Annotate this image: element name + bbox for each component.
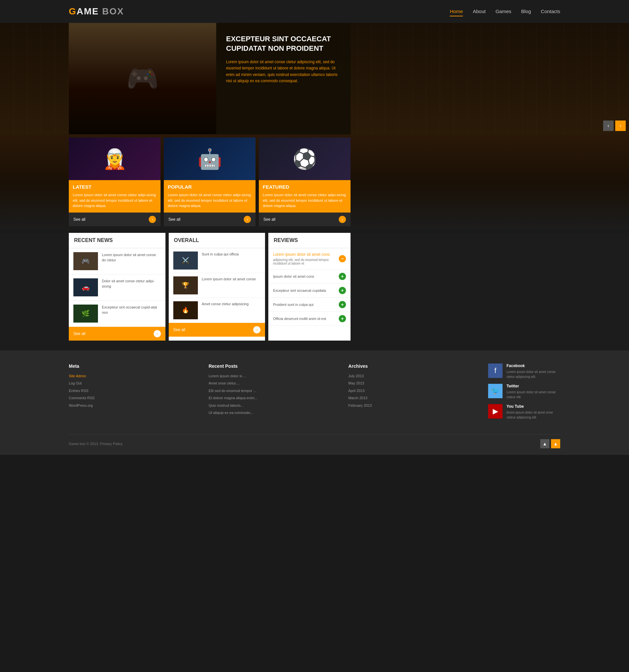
- scroll-up-button[interactable]: ▲: [540, 439, 550, 448]
- footer-archive-4[interactable]: February 2013: [348, 403, 475, 409]
- footer-post-2[interactable]: Elit sed do eiusmod tempor ...: [209, 388, 335, 394]
- news-thumb-1: 🚗: [73, 278, 98, 296]
- nav-about[interactable]: About: [473, 7, 486, 16]
- hero-title: EXCEPTEUR SINT OCCAECAT CUPIDATAT NON PR…: [226, 34, 341, 53]
- nav-games[interactable]: Games: [495, 7, 511, 16]
- twitter-text: Twitter Lorem ipsum dolor sit amet conse…: [507, 384, 560, 400]
- news-thumb-0: 🎮: [73, 252, 98, 270]
- recent-news-arrow: ›: [154, 330, 161, 337]
- youtube-icon[interactable]: ▶: [488, 404, 503, 418]
- review-item-2[interactable]: Excepteur sint occaecat cupidata +: [268, 284, 351, 298]
- bottom-sections: RECENT NEWS 🎮 Lorem ipsum dolor sit amet…: [69, 233, 351, 341]
- hero-text-orange: Lorem ipsum dolor sit amet conse ctetur: [226, 59, 296, 64]
- hero-next-button[interactable]: ›: [615, 121, 626, 131]
- card-popular: 🤖 POPULAR Lorem ipsum dolor sit amet con…: [164, 138, 256, 226]
- review-text-3: Proident sunt in culpa qui: [273, 303, 339, 307]
- overall-text-0: Sunt in culpa qui officia: [202, 251, 239, 269]
- card-featured-title: FEATURED: [263, 184, 347, 190]
- overall-title: OVERALL: [174, 237, 260, 243]
- news-text-0: Lorem ipsum dolor sit amet conse do ctet…: [102, 252, 161, 270]
- youtube-title: You Tube: [507, 404, 560, 409]
- card-latest-see-all-label: See all: [73, 217, 86, 222]
- footer-social: f Facebook Lorem ipsum dolor sit amet co…: [488, 363, 560, 425]
- main-nav: Home About Games Blog Contacts: [450, 7, 560, 16]
- footer-recent-posts-title: Recent Posts: [209, 363, 335, 369]
- card-featured-text: Lorem ipsum dolor sit amet conse ctetur …: [263, 192, 347, 209]
- scroll-down-button[interactable]: ▲: [551, 439, 560, 448]
- news-item-0: 🎮 Lorem ipsum dolor sit amet conse do ct…: [69, 248, 165, 274]
- footer-archives-title: Archives: [348, 363, 475, 369]
- footer-post-0[interactable]: Lorem ipsum dolor si ...: [209, 373, 335, 379]
- card-latest: 🧝 LATEST Lorem ipsum dolor sit amet cons…: [69, 138, 161, 226]
- overall-section: OVERALL ⚔️ Sunt in culpa qui officia 🏆 L…: [169, 233, 265, 341]
- nav-blog[interactable]: Blog: [521, 7, 531, 16]
- facebook-title: Facebook: [507, 363, 560, 368]
- twitter-icon[interactable]: 🐦: [488, 384, 503, 398]
- hero-image: [69, 23, 216, 134]
- review-item-0[interactable]: Lorem ipsum dolor sit amet cons adipisci…: [268, 248, 351, 269]
- hero-body: Lorem ipsum dolor sit amet conse ctetur …: [226, 59, 341, 84]
- footer-archive-0[interactable]: July 2013: [348, 373, 475, 379]
- review-item-1[interactable]: Ipsum dolor sit amet cons +: [268, 269, 351, 284]
- recent-news-title: RECENT NEWS: [74, 237, 160, 243]
- nav-contacts[interactable]: Contacts: [541, 7, 560, 16]
- hero-game-image: [69, 23, 216, 134]
- cards-row: 🧝 LATEST Lorem ipsum dolor sit amet cons…: [69, 134, 351, 226]
- twitter-title: Twitter: [507, 384, 560, 388]
- hero-area: EXCEPTEUR SINT OCCAECAT CUPIDATAT NON PR…: [0, 23, 629, 134]
- news-item-1: 🚗 Dolor sit amet conse ctetur adipi-sici…: [69, 274, 165, 301]
- overall-thumb-2: 🔥: [173, 301, 198, 319]
- news-text-1: Dolor sit amet conse ctetur adipi-sicing: [102, 278, 161, 296]
- review-icon-2: +: [339, 287, 346, 294]
- logo: GAME BOX: [69, 6, 124, 17]
- review-title-0: Lorem ipsum dolor sit amet cons: [273, 252, 330, 257]
- news-thumb-2: 🌿: [73, 305, 98, 322]
- logo-g: G: [69, 6, 77, 16]
- card-featured-see-all-label: See all: [263, 217, 276, 222]
- review-item-3[interactable]: Proident sunt in culpa qui +: [268, 298, 351, 312]
- overall-arrow: ›: [253, 326, 260, 333]
- footer-post-1[interactable]: Amet onse ctetur....: [209, 381, 335, 386]
- footer-archive-1[interactable]: May 2013: [348, 381, 475, 386]
- youtube-text: You Tube lorem ipsum dolor sit amet onse…: [507, 404, 560, 420]
- card-popular-text: Lorem ipsum dolor sit amet conse ctetur …: [168, 192, 252, 209]
- footer-archive-2[interactable]: April 2013: [348, 388, 475, 394]
- footer-archives: Archives July 2013 May 2013 April 2013 M…: [348, 363, 475, 425]
- footer-entries-rss[interactable]: Entries RSS: [69, 388, 195, 394]
- social-twitter: 🐦 Twitter Lorem ipsum dolor sit amet con…: [488, 384, 560, 400]
- review-icon-1: +: [339, 273, 346, 280]
- recent-news-see-all-label: See all: [73, 331, 86, 336]
- facebook-text: Facebook Lorem ipsum dolor sit amet cons…: [507, 363, 560, 379]
- news-text-2: Excepteur sint occaecat cupid-atat non: [102, 305, 161, 322]
- review-text-0: Lorem ipsum dolor sit amet cons adipisci…: [273, 252, 339, 265]
- footer-post-5[interactable]: Ut aliquip ex ea commodo...: [209, 410, 335, 416]
- footer-privacy[interactable]: Privacy Policy: [100, 442, 122, 446]
- footer-post-3[interactable]: Et dolore magna aliqua enim...: [209, 395, 335, 401]
- recent-news-header: RECENT NEWS: [69, 233, 165, 248]
- footer-wordpress[interactable]: WordPress.org: [69, 403, 195, 409]
- card-featured-content: FEATURED Lorem ipsum dolor sit amet cons…: [259, 180, 351, 213]
- review-text-2: Excepteur sint occaecat cupidata: [273, 289, 339, 292]
- footer-log-out[interactable]: Log Out: [69, 381, 195, 386]
- overall-thumb-0: ⚔️: [173, 251, 198, 269]
- recent-news-see-all[interactable]: See all ›: [69, 327, 165, 341]
- hero-text-panel: EXCEPTEUR SINT OCCAECAT CUPIDATAT NON PR…: [216, 23, 351, 134]
- card-latest-see-all[interactable]: See all ›: [69, 213, 161, 226]
- overall-see-all[interactable]: See all ›: [169, 323, 265, 337]
- footer-site-admin[interactable]: Site Admin: [69, 373, 195, 379]
- footer-columns: Meta Site Admin Log Out Entries RSS Comm…: [69, 363, 560, 425]
- footer-archive-3[interactable]: March 2013: [348, 395, 475, 401]
- facebook-icon[interactable]: f: [488, 363, 503, 378]
- hero-prev-button[interactable]: ‹: [603, 121, 613, 131]
- review-item-4[interactable]: Officia deserunt mollit anim id est +: [268, 312, 351, 326]
- reviews-header: REVIEWS: [268, 233, 351, 248]
- card-featured-see-all[interactable]: See all ›: [259, 213, 351, 226]
- footer-post-4[interactable]: Quis nostrud laboris...: [209, 403, 335, 409]
- card-popular-see-all[interactable]: See all ›: [164, 213, 256, 226]
- review-icon-0: −: [339, 255, 346, 262]
- news-item-2: 🌿 Excepteur sint occaecat cupid-atat non: [69, 301, 165, 327]
- review-icon-3: +: [339, 301, 346, 308]
- nav-home[interactable]: Home: [450, 7, 463, 16]
- hero-navigation: ‹ ›: [603, 121, 626, 131]
- footer-comments-rss[interactable]: Comments RSS: [69, 395, 195, 401]
